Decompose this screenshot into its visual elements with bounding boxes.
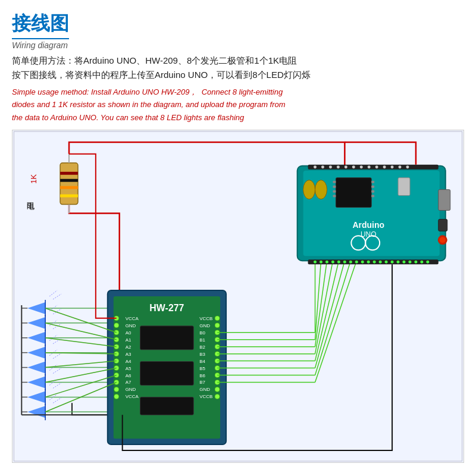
svg-rect-155 <box>371 181 374 183</box>
svg-text:B3: B3 <box>199 352 205 357</box>
svg-rect-154 <box>333 195 336 198</box>
svg-text:A3: A3 <box>126 352 131 357</box>
svg-rect-5 <box>60 195 78 198</box>
svg-point-159 <box>303 180 315 199</box>
svg-text:GND: GND <box>199 323 210 328</box>
svg-point-164 <box>325 261 328 264</box>
svg-rect-149 <box>398 178 410 196</box>
svg-text:A4: A4 <box>126 359 131 364</box>
svg-rect-112 <box>140 326 194 350</box>
subtitle: Wiring diagram <box>12 40 464 50</box>
svg-text:B5: B5 <box>199 366 205 371</box>
svg-text:GND: GND <box>199 387 210 393</box>
diagram-area: 1K 电阻 <box>12 130 464 463</box>
svg-point-160 <box>315 180 327 199</box>
svg-text:B6: B6 <box>199 373 205 378</box>
svg-point-172 <box>373 261 376 264</box>
svg-text:VCCA: VCCA <box>126 394 139 400</box>
svg-rect-182 <box>308 165 439 170</box>
svg-point-183 <box>314 166 317 169</box>
svg-point-169 <box>355 261 358 264</box>
svg-text:B0: B0 <box>199 330 205 336</box>
svg-point-177 <box>403 261 406 264</box>
svg-rect-114 <box>140 397 194 415</box>
svg-point-178 <box>408 261 411 264</box>
svg-text:GND: GND <box>126 387 136 393</box>
svg-point-175 <box>391 261 394 264</box>
svg-point-110 <box>215 387 220 392</box>
svg-point-193 <box>391 166 394 169</box>
svg-text:A7: A7 <box>126 380 131 386</box>
svg-point-165 <box>331 261 334 264</box>
svg-point-170 <box>361 261 364 264</box>
svg-point-180 <box>420 261 423 264</box>
svg-point-111 <box>215 394 220 399</box>
svg-text:A1: A1 <box>126 337 131 343</box>
svg-point-192 <box>383 166 386 169</box>
svg-rect-113 <box>140 362 194 386</box>
svg-text:B7: B7 <box>199 380 205 386</box>
title-section: 接线图 Wiring diagram <box>12 11 464 50</box>
svg-rect-151 <box>333 181 336 183</box>
svg-point-195 <box>406 166 409 169</box>
svg-point-190 <box>368 166 371 169</box>
svg-rect-158 <box>371 195 374 198</box>
svg-rect-156 <box>371 186 374 188</box>
svg-point-173 <box>379 261 382 264</box>
svg-point-179 <box>414 261 417 264</box>
svg-point-98 <box>114 387 119 392</box>
svg-point-171 <box>367 261 370 264</box>
svg-point-89 <box>114 323 119 328</box>
svg-point-163 <box>320 261 322 264</box>
svg-point-187 <box>345 166 347 169</box>
svg-point-189 <box>360 166 363 169</box>
svg-point-181 <box>426 261 429 264</box>
svg-point-167 <box>343 261 346 264</box>
svg-point-162 <box>314 261 317 264</box>
svg-text:Arduino: Arduino <box>353 221 384 230</box>
svg-point-166 <box>337 261 340 264</box>
description-zh: 简单使用方法：将Arduino UNO、HW-209、8个发光二极管和1个1K电… <box>12 54 464 82</box>
svg-text:A2: A2 <box>126 345 131 350</box>
svg-rect-153 <box>333 190 336 193</box>
svg-text:B4: B4 <box>199 359 205 364</box>
svg-rect-145 <box>439 190 450 211</box>
svg-text:A6: A6 <box>126 373 131 378</box>
main-title: 接线图 <box>12 11 69 39</box>
wiring-diagram-svg: 1K 电阻 <box>12 130 464 462</box>
svg-text:1K: 1K <box>29 174 38 184</box>
svg-point-148 <box>440 237 446 243</box>
svg-point-100 <box>215 316 220 321</box>
svg-point-191 <box>375 166 378 169</box>
svg-text:VCCB: VCCB <box>199 394 212 400</box>
svg-rect-146 <box>439 220 447 231</box>
svg-rect-4 <box>60 186 78 189</box>
svg-point-185 <box>329 166 332 169</box>
svg-point-176 <box>397 261 400 264</box>
svg-text:B2: B2 <box>199 345 205 350</box>
svg-rect-3 <box>60 179 78 182</box>
svg-text:A0: A0 <box>126 330 131 336</box>
svg-point-174 <box>385 261 388 264</box>
svg-text:HW-277: HW-277 <box>149 303 184 313</box>
svg-point-101 <box>215 323 220 328</box>
svg-text:VCCB: VCCB <box>199 316 212 321</box>
svg-point-194 <box>399 166 402 169</box>
page-container: 接线图 Wiring diagram 简单使用方法：将Arduino UNO、H… <box>0 0 476 476</box>
svg-text:GND: GND <box>126 323 136 328</box>
svg-point-168 <box>349 261 352 264</box>
svg-rect-157 <box>371 190 374 193</box>
description-en: Simple usage method: Install Arduino UNO… <box>12 86 464 124</box>
svg-point-99 <box>114 394 119 399</box>
svg-point-184 <box>321 166 324 169</box>
svg-text:VCCA: VCCA <box>126 316 139 321</box>
svg-point-188 <box>352 166 355 169</box>
svg-point-186 <box>337 166 340 169</box>
svg-text:A5: A5 <box>126 366 131 371</box>
svg-rect-150 <box>336 178 371 208</box>
svg-rect-152 <box>333 186 336 188</box>
svg-rect-1 <box>60 163 78 205</box>
svg-rect-2 <box>60 172 78 175</box>
svg-text:B1: B1 <box>199 337 205 343</box>
